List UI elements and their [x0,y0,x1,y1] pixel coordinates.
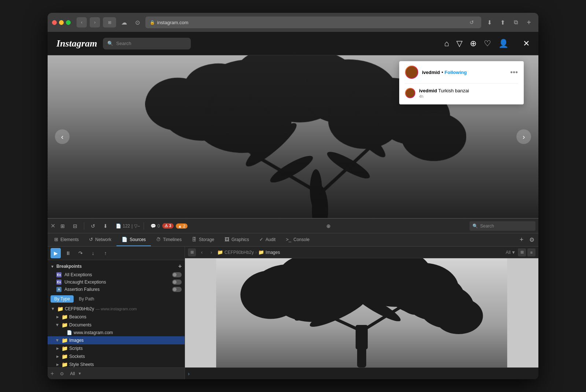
path-forward-button[interactable]: › [208,249,215,256]
filter-dropdown-icon[interactable]: ▼ [78,371,82,376]
documents-folder-item[interactable]: ▶ 📁 Documents [48,321,185,329]
download-icon[interactable]: ⬇ [484,17,494,27]
target-icon[interactable]: ⊕ [323,221,334,231]
compass-icon[interactable]: ⊕ [470,39,476,48]
root-breadcrumb-label[interactable]: CEFP80bHb2y [225,250,254,255]
avatar-image [406,66,418,78]
reload-icon[interactable]: ↺ [467,17,477,27]
devtools-search[interactable]: 🔍 Search [470,221,535,231]
filter-by-path-tab[interactable]: By Path [75,295,98,303]
prev-image-button[interactable]: ‹ [55,129,70,144]
comment-number: 0 [157,223,160,229]
privacy-icon[interactable]: ⊙ [132,17,142,27]
minimize-traffic-light[interactable] [59,20,64,25]
devtools-settings-button[interactable]: ⚙ [527,235,537,245]
documents-folder-icon: 📁 [62,322,68,328]
tab-audit[interactable]: ✓ Audit [254,233,281,246]
next-image-button[interactable]: › [516,129,531,144]
assertion-failures-toggle[interactable] [172,287,182,292]
devtools-reload-button[interactable]: ↺ [88,221,98,231]
filter-icon-button[interactable]: ⊙ [57,369,67,379]
send-icon[interactable]: ▽ [456,39,463,48]
images-folder-item[interactable]: ▶ 📁 Images [48,336,185,344]
filter-all-label[interactable]: All [70,371,75,376]
resource-number: 122 [123,223,130,229]
stylesheets-label: Style Sheets [69,362,94,367]
tab-elements[interactable]: ⊞ Elements [49,233,84,246]
sidebar-toggle-button[interactable]: ⊞ [188,248,196,256]
all-exceptions-item[interactable]: Ex All Exceptions [48,271,185,278]
root-breadcrumb-icon: 📁 [217,249,223,255]
stylesheets-collapse-arrow: ▶ [55,362,60,367]
scripts-collapse-arrow: ▶ [55,346,60,351]
all-exceptions-toggle[interactable] [172,272,182,277]
new-tab-button[interactable]: + [524,17,534,27]
post-overlay: ivedmid • Following ••• ivedmid [399,61,524,104]
uncaught-exceptions-item[interactable]: Ex Uncaught Exceptions [48,278,185,286]
sources-bottom-bar: + ⊙ All ▼ [48,367,185,379]
add-breakpoint-button[interactable]: + [178,263,182,270]
instagram-file-item[interactable]: ▶ 📄 www.instagram.com [48,329,185,336]
toolbar-separator [84,222,84,230]
tab-graphics[interactable]: 🖼 Graphics [219,233,254,246]
warning-badge: ▲ 2 [176,223,188,229]
home-icon[interactable]: ⌂ [444,39,449,48]
beacons-folder-icon: 📁 [62,314,68,320]
back-button[interactable]: ‹ [77,17,87,27]
stylesheets-folder-item[interactable]: ▶ 📁 Style Sheets [48,360,185,367]
tree-root-item[interactable]: ▶ 📁 CEFP80bHb2y — www.instagram.com [48,305,185,313]
debugger-step-in-button[interactable]: ↓ [88,248,98,258]
tab-timelines[interactable]: ⏱ Timelines [151,233,187,246]
devtools-dock-button[interactable]: ⊞ [58,221,68,231]
assertion-failures-item[interactable]: A Assertion Failures [48,286,185,293]
comment-caption: Turkish banzai [438,88,469,93]
post-avatar [405,66,418,79]
uncaught-exceptions-toggle[interactable] [172,280,182,285]
sockets-label: Sockets [69,354,85,359]
path-all-button[interactable]: All ▼ [506,250,516,255]
debugger-pause-button[interactable]: ⏸ [63,248,73,258]
post-following-label[interactable]: Following [445,70,467,75]
sockets-folder-item[interactable]: ▶ 📁 Sockets [48,352,185,360]
debugger-step-over-button[interactable]: ↷ [75,248,86,258]
maximize-traffic-light[interactable] [66,20,71,25]
share-icon[interactable]: ⬆ [497,17,508,27]
debugger-step-out-button[interactable]: ↑ [100,248,111,258]
filter-by-type-tab[interactable]: By Type [51,295,74,303]
commenter-avatar-image [406,89,415,97]
grid-view-button[interactable]: ⊞ [518,248,526,256]
list-view-button[interactable]: ≡ [527,248,535,256]
multiwindow-icon[interactable]: ⧉ [511,17,521,27]
path-breadcrumb: 📁 CEFP80bHb2y › 📁 Images [217,249,280,255]
tab-sources[interactable]: 📄 Sources [116,233,151,246]
profile-icon[interactable]: 👤 [498,39,508,48]
devtools-layout-button[interactable]: ⊟ [70,221,80,231]
tab-audit-label: Audit [266,237,275,242]
address-bar[interactable]: 🔒 instagram.com ↺ [145,16,481,28]
path-back-button[interactable]: ‹ [198,249,205,256]
breakpoints-section-header[interactable]: ▼ Breakpoints + [48,262,185,271]
breakpoints-label: Breakpoints [56,264,82,269]
instagram-file-icon: 📄 [67,330,72,335]
scripts-folder-item[interactable]: ▶ 📁 Scripts [48,344,185,352]
heart-icon[interactable]: ♡ [484,39,491,48]
close-traffic-light[interactable] [52,20,57,25]
post-more-button[interactable]: ••• [510,68,518,77]
add-tab-button[interactable]: + [516,235,527,245]
tab-network[interactable]: ↺ Network [84,233,116,246]
forward-button[interactable]: › [90,17,100,27]
debugger-continue-button[interactable]: ▶ [51,248,61,258]
tab-storage[interactable]: 🗄 Storage [187,233,219,246]
sources-tab-icon: 📄 [122,237,127,242]
cloud-icon[interactable]: ☁ [119,17,129,27]
graphics-tab-icon: 🖼 [225,237,229,242]
add-source-button[interactable]: + [51,370,54,377]
folder-breadcrumb-label[interactable]: Images [266,250,280,255]
beacons-folder-item[interactable]: ▶ 📁 Beacons [48,313,185,321]
close-overlay-button[interactable]: ✕ [523,39,530,48]
tab-layout-button[interactable]: ⊞ [103,17,116,27]
devtools-download-button[interactable]: ⬇ [100,221,111,231]
tab-console[interactable]: >_ Console [281,233,315,246]
instagram-search[interactable]: 🔍 Search [103,38,191,49]
devtools-close-button[interactable]: ✕ [51,222,55,229]
